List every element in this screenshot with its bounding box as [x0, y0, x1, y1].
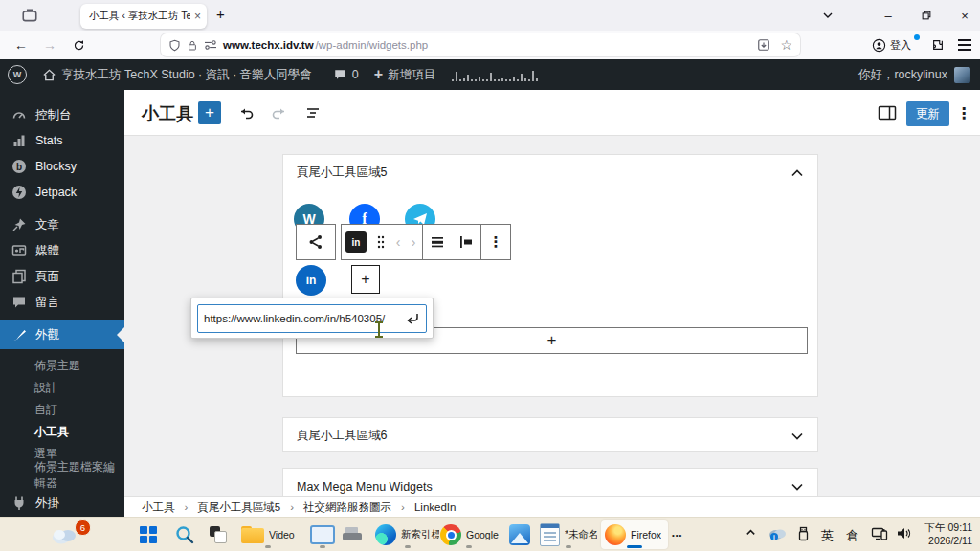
- sidebar-item-dashboard[interactable]: 控制台: [0, 101, 124, 128]
- apply-link-icon[interactable]: [405, 312, 420, 325]
- window-minimize-button[interactable]: –: [869, 0, 907, 31]
- breadcrumb-social-icons[interactable]: 社交網路服務圖示: [303, 500, 391, 515]
- redo-icon[interactable]: [268, 101, 291, 124]
- panel-header[interactable]: 頁尾小工具區域5: [283, 155, 817, 190]
- chevron-down-icon[interactable]: [791, 482, 804, 492]
- browser-tab[interactable]: 小工具 ‹ 享技水工坊 TechX Studio ×: [80, 4, 207, 29]
- tab-close-icon[interactable]: ×: [194, 10, 201, 23]
- update-button[interactable]: 更新: [906, 101, 949, 126]
- list-view-icon[interactable]: [301, 101, 324, 124]
- block-options-icon[interactable]: ⋮: [481, 225, 510, 259]
- account-signin-button[interactable]: 登入: [866, 33, 917, 56]
- page-title: 小工具: [142, 102, 193, 125]
- chevron-up-icon[interactable]: [791, 168, 804, 178]
- lock-icon[interactable]: [187, 39, 198, 52]
- site-menu[interactable]: 享技水工坊 TechX Studio · 資訊 · 音樂人同學會: [34, 59, 320, 90]
- taskbar-clock[interactable]: 下午 09:11 2026/2/11: [925, 521, 972, 547]
- new-item-menu[interactable]: + 新增項目: [367, 59, 443, 90]
- chevron-down-icon[interactable]: [791, 431, 804, 441]
- chrome-button[interactable]: Google: [436, 520, 502, 549]
- task-view-button[interactable]: [205, 520, 232, 549]
- photos-button[interactable]: [505, 520, 534, 549]
- editor-options-icon[interactable]: ⋮: [952, 101, 975, 124]
- start-button[interactable]: [136, 520, 161, 549]
- panel-title: Max Mega Menu Widgets: [297, 480, 433, 494]
- window-restore-button[interactable]: [907, 0, 946, 31]
- photos-icon: [509, 524, 530, 545]
- window-close-button[interactable]: ×: [946, 0, 980, 31]
- sidebar-item-label: 頁面: [35, 269, 59, 285]
- submenu-design[interactable]: 設計: [0, 377, 124, 398]
- firefox-view-icon[interactable]: [21, 7, 38, 24]
- device-button[interactable]: [339, 520, 366, 549]
- forward-icon[interactable]: →: [38, 33, 61, 56]
- search-button[interactable]: [170, 520, 199, 549]
- ime-language-indicator[interactable]: 英: [821, 527, 834, 544]
- tracking-shield-icon[interactable]: [168, 39, 181, 52]
- widget-area-panel-footer6[interactable]: 頁尾小工具區域6: [282, 417, 818, 452]
- ime-mode-indicator[interactable]: 倉: [846, 527, 858, 544]
- sidebar-item-comments[interactable]: 留言: [0, 289, 124, 316]
- save-page-icon[interactable]: [757, 38, 770, 52]
- submenu-themes[interactable]: 佈景主題: [0, 355, 124, 376]
- vertical-align-icon[interactable]: [452, 225, 480, 259]
- sidebar-item-label: 文章: [35, 217, 59, 233]
- app-window-button[interactable]: [306, 520, 339, 549]
- sidebar-item-plugins[interactable]: 外掛: [0, 490, 124, 517]
- widget-area-panel-footer5: 頁尾小工具區域5 W f in: [282, 154, 818, 397]
- drag-handle-icon[interactable]: [370, 225, 391, 259]
- onedrive-icon[interactable]: i: [768, 527, 787, 541]
- address-bar[interactable]: www.techx.idv.tw/wp-admin/widgets.php ☆: [161, 33, 800, 56]
- sidebar-item-jetpack[interactable]: Jetpack: [0, 179, 124, 206]
- sidebar-item-appearance[interactable]: 外觀: [0, 320, 124, 349]
- sidebar-item-posts[interactable]: 文章: [0, 211, 124, 238]
- firefox-button[interactable]: Firefox: [601, 520, 668, 549]
- reload-icon[interactable]: [67, 33, 90, 56]
- sidebar-item-pages[interactable]: 頁面: [0, 263, 124, 290]
- justify-icon[interactable]: [423, 225, 452, 259]
- avatar[interactable]: [954, 67, 970, 83]
- sidebar-item-media[interactable]: 媒體: [0, 237, 124, 264]
- submenu-customize[interactable]: 自訂: [0, 399, 124, 420]
- file-explorer-button[interactable]: Video: [237, 520, 299, 549]
- extensions-puzzle-icon[interactable]: [926, 33, 949, 56]
- network-display-icon[interactable]: [871, 526, 888, 541]
- media-icon: [11, 243, 27, 258]
- back-icon[interactable]: ←: [10, 33, 33, 56]
- widget-area-panel-megamenu[interactable]: Max Mega Menu Widgets: [282, 468, 818, 496]
- breadcrumb-widgets[interactable]: 小工具: [142, 500, 175, 515]
- breadcrumb-area[interactable]: 頁尾小工具區域5: [197, 500, 280, 515]
- add-social-icon-button[interactable]: +: [351, 265, 380, 294]
- list-tabs-icon[interactable]: [809, 0, 847, 31]
- wp-logo-icon[interactable]: W: [0, 59, 34, 90]
- volume-icon[interactable]: [896, 526, 911, 540]
- taskbar-overflow-button[interactable]: •••: [668, 520, 686, 549]
- howdy-label[interactable]: 你好，rockylinux: [858, 67, 947, 83]
- linkedin-social-icon[interactable]: in: [296, 265, 326, 296]
- notepad-button[interactable]: *未命名: [536, 520, 601, 549]
- menu-hamburger-icon[interactable]: [953, 33, 976, 56]
- edge-icon: [375, 524, 396, 545]
- svg-text:i: i: [773, 534, 775, 540]
- linkedin-block-icon[interactable]: in: [342, 225, 370, 259]
- comments-menu[interactable]: 0: [325, 59, 367, 90]
- sidebar-item-blocksy[interactable]: b Blocksy: [0, 153, 124, 180]
- bookmark-star-icon[interactable]: ☆: [780, 37, 792, 53]
- dashboard-gauge-icon: [11, 107, 27, 122]
- block-inserter-button[interactable]: +: [198, 101, 221, 124]
- link-url-input[interactable]: [204, 313, 401, 324]
- submenu-theme-editor[interactable]: 佈景主題檔案編輯器: [0, 465, 124, 486]
- tray-chevron-up-icon[interactable]: [745, 526, 757, 539]
- sidebar-item-stats[interactable]: Stats: [0, 127, 124, 154]
- settings-sidebar-toggle-icon[interactable]: [876, 101, 899, 124]
- submenu-widgets[interactable]: 小工具: [0, 421, 124, 442]
- parent-social-block-button[interactable]: [296, 224, 336, 260]
- new-tab-button[interactable]: +: [216, 6, 225, 22]
- stats-sparkline[interactable]: [443, 59, 546, 90]
- move-right-icon[interactable]: ›: [405, 225, 422, 259]
- move-left-icon[interactable]: ‹: [391, 225, 405, 259]
- edge-button[interactable]: 新索引標籤: [371, 520, 443, 549]
- usb-device-icon[interactable]: [796, 526, 811, 542]
- permissions-icon[interactable]: [204, 39, 217, 51]
- undo-icon[interactable]: [234, 101, 257, 124]
